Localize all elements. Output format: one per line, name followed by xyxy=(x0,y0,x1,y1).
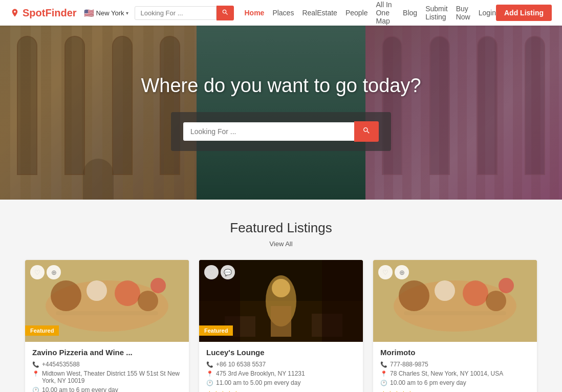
featured-title: Featured Listings xyxy=(10,220,552,236)
svg-rect-5 xyxy=(56,311,158,315)
hero-search-input[interactable] xyxy=(183,122,354,141)
location-icon: 📍 xyxy=(380,371,387,377)
card-2-stars: ★★★★★ xyxy=(206,389,356,392)
card-2-address: 📍 475 3rd Ave Brooklyn, NY 11231 xyxy=(206,370,356,377)
phone-icon: 📞 xyxy=(380,361,387,368)
card-image-wrap-3: ♡ ⊕ xyxy=(373,260,537,342)
add-listing-button[interactable]: Add Listing xyxy=(496,5,552,21)
nav-link-submit-listing[interactable]: Submit Listing xyxy=(425,5,448,21)
card-2-title: Lucey's Lounge xyxy=(206,348,356,357)
card-3-hours: 🕐 10.00 am to 6 pm every day xyxy=(380,379,530,386)
card-1-compare-button[interactable]: ⊕ xyxy=(47,265,61,279)
navbar: SpotFinder 🇺🇸 New York ▾ Home Places Rea… xyxy=(0,0,562,26)
hero-search-button[interactable] xyxy=(354,121,379,142)
nav-link-login[interactable]: Login xyxy=(479,9,496,17)
svg-point-21 xyxy=(486,291,506,311)
card-3-address: 📍 78 Charles St, New York, NY 10014, USA xyxy=(380,370,530,377)
nav-links: Home Places RealEstate People All In One… xyxy=(244,1,496,25)
card-3-action-icons: ♡ ⊕ xyxy=(378,265,409,279)
phone-icon: 📞 xyxy=(206,361,213,368)
search-icon xyxy=(222,9,229,16)
card-2-action-icons: ♡ 💬 xyxy=(204,265,235,279)
svg-rect-11 xyxy=(271,306,291,337)
card-2-badge: Featured xyxy=(199,325,233,336)
svg-point-19 xyxy=(399,280,429,311)
svg-point-23 xyxy=(435,280,455,301)
card-image-wrap-1: ♡ ⊕ Featured xyxy=(25,260,189,342)
svg-point-6 xyxy=(87,280,107,301)
svg-point-2 xyxy=(51,280,81,311)
card-1-action-icons: ♡ ⊕ xyxy=(30,265,61,279)
navbar-search xyxy=(135,6,234,20)
nav-link-places[interactable]: Places xyxy=(272,9,294,17)
chevron-down-icon: ▾ xyxy=(126,10,128,16)
phone-icon: 📞 xyxy=(32,361,39,368)
location-selector[interactable]: 🇺🇸 New York ▾ xyxy=(84,8,129,18)
svg-point-20 xyxy=(463,280,488,306)
nav-link-all-in-one-map[interactable]: All In One Map xyxy=(376,1,395,25)
listing-card-2: ♡ 💬 Featured Lucey's Lounge 📞 +86 10 653… xyxy=(199,260,363,392)
card-3-compare-button[interactable]: ⊕ xyxy=(395,265,409,279)
search-icon xyxy=(362,126,371,135)
card-3-body: Morimoto 📞 777-888-9875 📍 78 Charles St,… xyxy=(373,342,537,392)
listing-card-3: ♡ ⊕ Morimoto 📞 777-888-9875 📍 78 Charles… xyxy=(373,260,537,392)
hero-title: Where do you want to go today? xyxy=(141,75,421,97)
clock-icon: 🕐 xyxy=(206,380,213,386)
card-2-compare-button[interactable]: 💬 xyxy=(221,265,235,279)
card-1-title: Zavino Pizzeria and Wine ... xyxy=(32,348,182,357)
hero-section: Where do you want to go today? xyxy=(0,26,562,200)
card-2-hours: 🕐 11.00 am to 5.00 pm every day xyxy=(206,379,356,386)
view-all-link[interactable]: View All xyxy=(10,240,552,248)
svg-point-4 xyxy=(138,291,158,311)
card-1-phone: 📞 +4454535588 xyxy=(32,361,182,368)
nav-link-home[interactable]: Home xyxy=(244,9,264,17)
card-1-hours: 🕐 10.00 am to 6 pm every day xyxy=(32,386,182,392)
featured-section: Featured Listings View All xyxy=(0,200,562,392)
nav-link-realestate[interactable]: RealEstate xyxy=(302,9,337,17)
listing-card-1: ♡ ⊕ Featured Zavino Pizzeria and Wine ..… xyxy=(25,260,189,392)
card-3-phone: 📞 777-888-9875 xyxy=(380,361,530,368)
pin-icon xyxy=(10,8,19,17)
svg-point-3 xyxy=(115,280,140,306)
clock-icon: 🕐 xyxy=(32,387,39,392)
clock-icon: 🕐 xyxy=(380,380,387,386)
svg-point-24 xyxy=(499,278,514,293)
card-1-body: Zavino Pizzeria and Wine ... 📞 +44545355… xyxy=(25,342,189,392)
svg-rect-16 xyxy=(322,260,363,342)
nav-search-button[interactable] xyxy=(217,6,234,20)
brand-name: SpotFinder xyxy=(23,7,77,19)
card-2-body: Lucey's Lounge 📞 +86 10 6538 5537 📍 475 … xyxy=(199,342,363,392)
location-label: New York xyxy=(96,9,124,17)
card-2-phone: 📞 +86 10 6538 5537 xyxy=(206,361,356,368)
location-icon: 📍 xyxy=(206,371,213,377)
cards-grid: ♡ ⊕ Featured Zavino Pizzeria and Wine ..… xyxy=(10,260,552,392)
card-3-stars: ★★★★★ xyxy=(380,389,530,392)
nav-link-buy-now[interactable]: Buy Now xyxy=(456,5,470,21)
flag-icon: 🇺🇸 xyxy=(84,8,94,18)
card-3-title: Morimoto xyxy=(380,348,530,357)
nav-search-input[interactable] xyxy=(135,6,217,20)
hero-search-box xyxy=(171,112,391,151)
card-2-favorite-button[interactable]: ♡ xyxy=(204,265,219,279)
hero-overlay: Where do you want to go today? xyxy=(0,26,562,200)
nav-link-people[interactable]: People xyxy=(345,9,368,17)
card-1-badge: Featured xyxy=(25,325,59,336)
card-3-favorite-button[interactable]: ♡ xyxy=(378,265,393,279)
nav-right: Add Listing xyxy=(496,5,552,21)
svg-point-7 xyxy=(150,278,166,293)
brand-logo[interactable]: SpotFinder xyxy=(10,7,77,19)
nav-link-blog[interactable]: Blog xyxy=(403,9,417,17)
card-1-address: 📍 Midtown West, Theater District 155 W 5… xyxy=(32,370,182,384)
card-1-favorite-button[interactable]: ♡ xyxy=(30,265,45,279)
svg-rect-22 xyxy=(404,311,506,315)
location-icon: 📍 xyxy=(32,371,39,377)
card-image-wrap-2: ♡ 💬 Featured xyxy=(199,260,363,342)
svg-point-12 xyxy=(272,279,290,297)
